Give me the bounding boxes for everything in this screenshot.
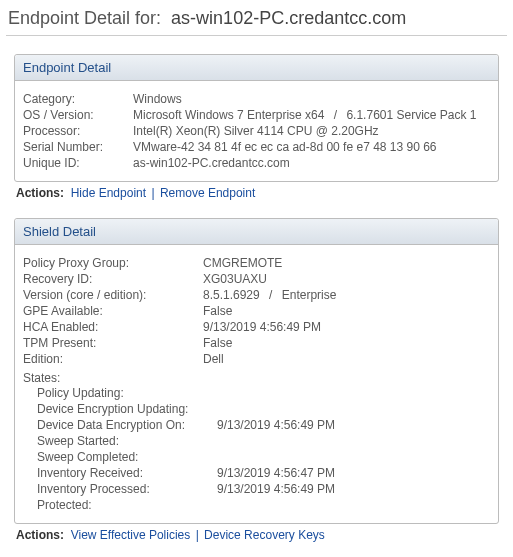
- row-protected: Protected:: [37, 497, 490, 513]
- states-header: States:: [23, 371, 490, 385]
- label-ppg: Policy Proxy Group:: [23, 255, 203, 271]
- label-os: OS / Version:: [23, 107, 133, 123]
- hide-endpoint-link[interactable]: Hide Endpoint: [71, 186, 146, 200]
- endpoint-detail-header: Endpoint Detail: [15, 55, 498, 81]
- row-inv-received: Inventory Received: 9/13/2019 4:56:47 PM: [37, 465, 490, 481]
- label-inv-processed: Inventory Processed:: [37, 481, 217, 497]
- row-policy-updating: Policy Updating:: [37, 385, 490, 401]
- shield-detail-body: Policy Proxy Group: CMGREMOTE Recovery I…: [15, 245, 498, 523]
- value-os: Microsoft Windows 7 Enterprise x64 / 6.1…: [133, 107, 490, 123]
- row-processor: Processor: Intel(R) Xeon(R) Silver 4114 …: [23, 123, 490, 139]
- value-os-name: Microsoft Windows 7 Enterprise x64: [133, 108, 324, 122]
- row-gpe: GPE Available: False: [23, 303, 490, 319]
- row-uniqueid: Unique ID: as-win102-PC.credantcc.com: [23, 155, 490, 171]
- value-category: Windows: [133, 91, 490, 107]
- label-inv-received: Inventory Received:: [37, 465, 217, 481]
- label-sweep-completed: Sweep Completed:: [37, 449, 217, 465]
- value-recovery: XG03UAXU: [203, 271, 490, 287]
- row-ppg: Policy Proxy Group: CMGREMOTE: [23, 255, 490, 271]
- page-title-hostname: as-win102-PC.credantcc.com: [171, 8, 406, 28]
- label-tpm: TPM Present:: [23, 335, 203, 351]
- label-version: Version (core / edition):: [23, 287, 203, 303]
- endpoint-detail-body: Category: Windows OS / Version: Microsof…: [15, 81, 498, 181]
- label-edition: Edition:: [23, 351, 203, 367]
- shield-detail-header: Shield Detail: [15, 219, 498, 245]
- view-effective-policies-link[interactable]: View Effective Policies: [71, 528, 191, 542]
- os-separator: /: [328, 108, 343, 122]
- value-inv-received: 9/13/2019 4:56:47 PM: [217, 465, 490, 481]
- row-tpm: TPM Present: False: [23, 335, 490, 351]
- label-recovery: Recovery ID:: [23, 271, 203, 287]
- shield-actions: Actions: View Effective Policies | Devic…: [16, 528, 499, 542]
- value-sweep-started: [217, 433, 490, 449]
- endpoint-detail-table: Category: Windows OS / Version: Microsof…: [23, 91, 490, 171]
- endpoint-actions-label: Actions:: [16, 186, 64, 200]
- value-sweep-completed: [217, 449, 490, 465]
- row-serial: Serial Number: VMware-42 34 81 4f ec ec …: [23, 139, 490, 155]
- value-dev-enc-updating: [217, 401, 490, 417]
- value-protected: [217, 497, 490, 513]
- remove-endpoint-link[interactable]: Remove Endpoint: [160, 186, 255, 200]
- value-tpm: False: [203, 335, 490, 351]
- row-category: Category: Windows: [23, 91, 490, 107]
- row-dev-enc-updating: Device Encryption Updating:: [37, 401, 490, 417]
- row-version: Version (core / edition): 8.5.1.6929 / E…: [23, 287, 490, 303]
- label-dev-data-enc-on: Device Data Encryption On:: [37, 417, 217, 433]
- device-recovery-keys-link[interactable]: Device Recovery Keys: [204, 528, 325, 542]
- row-hca: HCA Enabled: 9/13/2019 4:56:49 PM: [23, 319, 490, 335]
- value-ppg: CMGREMOTE: [203, 255, 490, 271]
- label-gpe: GPE Available:: [23, 303, 203, 319]
- value-uniqueid: as-win102-PC.credantcc.com: [133, 155, 490, 171]
- row-edition: Edition: Dell: [23, 351, 490, 367]
- value-os-version: 6.1.7601 Service Pack 1: [346, 108, 476, 122]
- value-gpe: False: [203, 303, 490, 319]
- value-edition: Dell: [203, 351, 490, 367]
- endpoint-detail-panel: Endpoint Detail Category: Windows OS / V…: [14, 54, 499, 182]
- value-dev-data-enc-on: 9/13/2019 4:56:49 PM: [217, 417, 490, 433]
- endpoint-actions: Actions: Hide Endpoint | Remove Endpoint: [16, 186, 499, 200]
- value-version-edition: Enterprise: [282, 288, 337, 302]
- value-hca: 9/13/2019 4:56:49 PM: [203, 319, 490, 335]
- row-os: OS / Version: Microsoft Windows 7 Enterp…: [23, 107, 490, 123]
- value-version: 8.5.1.6929 / Enterprise: [203, 287, 490, 303]
- value-policy-updating: [217, 385, 490, 401]
- row-recovery: Recovery ID: XG03UAXU: [23, 271, 490, 287]
- label-hca: HCA Enabled:: [23, 319, 203, 335]
- version-separator: /: [263, 288, 278, 302]
- row-sweep-completed: Sweep Completed:: [37, 449, 490, 465]
- shield-actions-separator: |: [194, 528, 201, 542]
- row-inv-processed: Inventory Processed: 9/13/2019 4:56:49 P…: [37, 481, 490, 497]
- label-category: Category:: [23, 91, 133, 107]
- label-protected: Protected:: [37, 497, 217, 513]
- page-title-prefix: Endpoint Detail for:: [8, 8, 161, 28]
- actions-separator: |: [149, 186, 156, 200]
- states-block: Policy Updating: Device Encryption Updat…: [37, 385, 490, 513]
- label-serial: Serial Number:: [23, 139, 133, 155]
- header-divider: [6, 35, 507, 36]
- label-policy-updating: Policy Updating:: [37, 385, 217, 401]
- label-uniqueid: Unique ID:: [23, 155, 133, 171]
- shield-detail-table: Policy Proxy Group: CMGREMOTE Recovery I…: [23, 255, 490, 367]
- row-dev-data-enc-on: Device Data Encryption On: 9/13/2019 4:5…: [37, 417, 490, 433]
- value-serial: VMware-42 34 81 4f ec ec ca ad-8d 00 fe …: [133, 139, 490, 155]
- shield-actions-label: Actions:: [16, 528, 64, 542]
- page-title: Endpoint Detail for: as-win102-PC.credan…: [8, 8, 507, 29]
- label-processor: Processor:: [23, 123, 133, 139]
- value-inv-processed: 9/13/2019 4:56:49 PM: [217, 481, 490, 497]
- value-version-core: 8.5.1.6929: [203, 288, 260, 302]
- value-processor: Intel(R) Xeon(R) Silver 4114 CPU @ 2.20G…: [133, 123, 490, 139]
- states-table: Policy Updating: Device Encryption Updat…: [37, 385, 490, 513]
- row-sweep-started: Sweep Started:: [37, 433, 490, 449]
- shield-detail-panel: Shield Detail Policy Proxy Group: CMGREM…: [14, 218, 499, 524]
- label-sweep-started: Sweep Started:: [37, 433, 217, 449]
- label-dev-enc-updating: Device Encryption Updating:: [37, 401, 217, 417]
